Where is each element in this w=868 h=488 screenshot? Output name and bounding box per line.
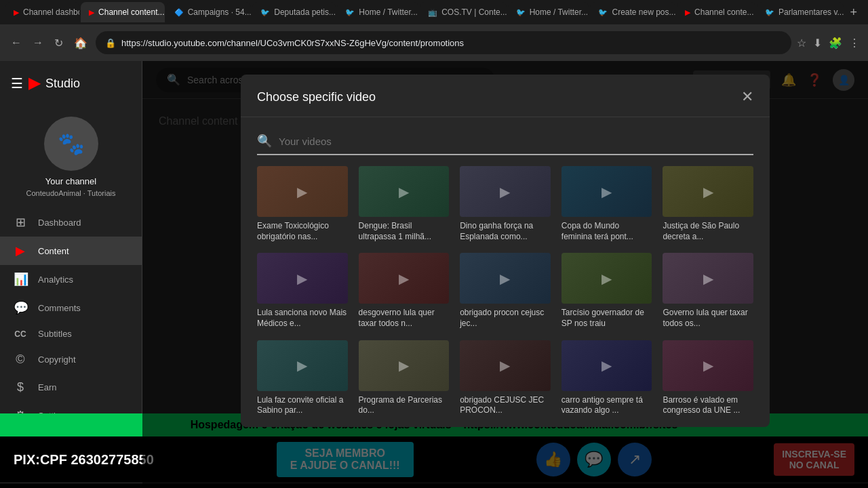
menu-button[interactable]: ⋮ — [849, 37, 860, 49]
video-title-10: Lula faz convite oficial a Sabino par... — [257, 395, 348, 416]
sidebar-item-comments-label: Comments — [38, 303, 81, 313]
tab-7[interactable]: 🐦 Home / Twitter... ✕ — [508, 2, 589, 22]
tab-9-favicon: ▶ — [685, 8, 690, 17]
channel-name: Your channel — [45, 176, 96, 186]
channel-info: 🐾 Your channel ConteudoAnimal · Tutoriai… — [0, 106, 142, 208]
studio-label: Studio — [45, 77, 80, 91]
subtitles-icon: CC — [14, 329, 27, 339]
avatar-image: 🐾 — [58, 131, 85, 157]
video-card-14[interactable]: ▶Barroso é valado em congresso da UNE ..… — [663, 340, 753, 416]
analytics-icon: 📊 — [14, 272, 27, 287]
yt-logo-icon: ▶ — [28, 75, 40, 92]
modal-search-bar[interactable]: 🔍 — [257, 128, 753, 155]
tab-6[interactable]: 📺 COS.TV | Conte... ✕ — [420, 2, 506, 22]
address-text: https://studio.youtube.com/channel/UCo3v… — [121, 38, 782, 48]
browser-actions: ☆ ⬇ 🧩 ⋮ — [797, 37, 860, 49]
video-card-12[interactable]: ▶obrigado CEJUSC JEC PROCON... — [460, 340, 551, 416]
reload-button[interactable]: ↻ — [52, 34, 66, 52]
video-card-6[interactable]: ▶desgoverno lula quer taxar todos n... — [359, 253, 450, 329]
tab-1[interactable]: ▶ Channel dashbo... — [5, 2, 79, 22]
video-card-2[interactable]: ▶Dino ganha força na Esplanada como... — [460, 166, 551, 242]
video-title-2: Dino ganha força na Esplanada como... — [460, 221, 551, 242]
forward-button[interactable]: → — [30, 34, 46, 52]
video-thumbnail-9: ▶ — [663, 253, 753, 304]
hamburger-icon[interactable]: ☰ — [11, 75, 23, 92]
video-title-9: Governo lula quer taxar todos os... — [663, 308, 753, 329]
tab-9-label: Channel conte... — [694, 7, 753, 17]
bookmark-button[interactable]: ☆ — [797, 37, 806, 49]
tab-7-favicon: 🐦 — [516, 8, 526, 17]
tab-8[interactable]: 🐦 Create new pos... ✕ — [590, 2, 675, 22]
video-thumbnail-14: ▶ — [663, 340, 753, 391]
video-title-11: Programa de Parcerias do... — [359, 395, 450, 416]
video-thumbnail-11: ▶ — [359, 340, 450, 391]
modal-search-section: 🔍 — [241, 117, 770, 166]
video-card-4[interactable]: ▶Justiça de São Paulo decreta a... — [663, 166, 753, 242]
tab-5-label: Home / Twitter... — [359, 7, 417, 17]
video-card-10[interactable]: ▶Lula faz convite oficial a Sabino par..… — [257, 340, 348, 416]
download-button[interactable]: ⬇ — [813, 37, 822, 49]
comments-icon: 💬 — [14, 300, 27, 315]
new-tab-button[interactable]: + — [845, 5, 863, 20]
sidebar-item-dashboard[interactable]: ⊞ Dashboard — [0, 208, 142, 237]
modal-search-input[interactable] — [279, 136, 753, 147]
video-title-0: Exame Toxicológico obrigatório nas... — [257, 221, 348, 242]
sidebar-item-earn[interactable]: $ Earn — [0, 373, 142, 401]
sidebar-item-subtitles[interactable]: CC Subtitles — [0, 322, 142, 346]
video-card-13[interactable]: ▶carro antigo sempre tá vazando algo ... — [561, 340, 652, 416]
video-card-8[interactable]: ▶Tarcísio governador de SP nos traiu — [561, 253, 652, 329]
tab-5-favicon: 🐦 — [345, 8, 355, 17]
extensions-button[interactable]: 🧩 — [829, 37, 842, 49]
tab-2[interactable]: ▶ Channel content... ✕ — [81, 2, 165, 22]
video-card-1[interactable]: ▶Dengue: Brasil ultrapassa 1 milhã... — [359, 166, 450, 242]
tab-1-label: Channel dashbo... — [23, 7, 79, 17]
video-title-14: Barroso é valado em congresso da UNE ... — [663, 395, 753, 416]
browser-bar: ← → ↻ 🏠 🔒 https://studio.youtube.com/cha… — [0, 24, 868, 61]
video-card-3[interactable]: ▶Copa do Mundo feminina terá pont... — [561, 166, 652, 242]
sidebar-item-comments[interactable]: 💬 Comments — [0, 293, 142, 322]
home-button[interactable]: 🏠 — [71, 34, 90, 52]
video-thumbnail-4: ▶ — [663, 166, 753, 217]
video-thumbnail-1: ▶ — [359, 166, 450, 217]
video-title-13: carro antigo sempre tá vazando algo ... — [561, 395, 652, 416]
tab-6-label: COS.TV | Conte... — [441, 7, 506, 17]
video-card-5[interactable]: ▶Lula sanciona novo Mais Médicos e... — [257, 253, 348, 329]
modal-header: Choose specific video ✕ — [241, 75, 770, 117]
video-grid-inner: ▶Exame Toxicológico obrigatório nas...▶D… — [257, 166, 753, 416]
video-grid: ▶Exame Toxicológico obrigatório nas...▶D… — [241, 166, 770, 427]
main-content: 🔍 Search across your channel 🎬 CREATE 🔔 … — [142, 61, 868, 488]
tab-10[interactable]: 🐦 Parlamentares v... ✕ — [757, 2, 843, 22]
video-card-11[interactable]: ▶Programa de Parcerias do... — [359, 340, 450, 416]
sidebar-item-copyright-label: Copyright — [38, 354, 76, 365]
tab-3[interactable]: 🔷 Campaigns · 54... ✕ — [166, 2, 252, 22]
tab-9[interactable]: ▶ Channel conte... ✕ — [677, 2, 755, 22]
modal-close-button[interactable]: ✕ — [741, 88, 753, 106]
video-title-6: desgoverno lula quer taxar todos n... — [359, 308, 450, 329]
video-card-9[interactable]: ▶Governo lula quer taxar todos os... — [663, 253, 753, 329]
video-thumbnail-7: ▶ — [460, 253, 551, 304]
video-thumbnail-6: ▶ — [359, 253, 450, 304]
sidebar-item-content[interactable]: ▶ Content — [0, 237, 142, 265]
sidebar-item-subtitles-label: Subtitles — [38, 329, 72, 339]
video-title-12: obrigado CEJUSC JEC PROCON... — [460, 395, 551, 416]
back-button[interactable]: ← — [8, 34, 24, 52]
tab-4[interactable]: 🐦 Deputada petis... ✕ — [252, 2, 336, 22]
tab-3-label: Campaigns · 54... — [188, 7, 252, 17]
banner-pix-text: PIX:CPF 26302775850 — [14, 452, 154, 468]
video-card-7[interactable]: ▶obrigado procon cejusc jec... — [460, 253, 551, 329]
video-title-4: Justiça de São Paulo decreta a... — [663, 221, 753, 242]
video-title-8: Tarcísio governador de SP nos traiu — [561, 308, 652, 329]
sidebar-item-earn-label: Earn — [38, 382, 56, 392]
tab-8-favicon: 🐦 — [598, 8, 608, 17]
sidebar-item-analytics[interactable]: 📊 Analytics — [0, 265, 142, 293]
tab-5[interactable]: 🐦 Home / Twitter... ✕ — [337, 2, 418, 22]
address-bar[interactable]: 🔒 https://studio.youtube.com/channel/UCo… — [96, 31, 791, 54]
sidebar-item-copyright[interactable]: © Copyright — [0, 346, 142, 373]
sidebar-item-analytics-label: Analytics — [38, 274, 73, 285]
video-card-0[interactable]: ▶Exame Toxicológico obrigatório nas... — [257, 166, 348, 242]
channel-avatar: 🐾 — [44, 117, 98, 171]
video-thumbnail-5: ▶ — [257, 253, 348, 304]
modal-overlay: Choose specific video ✕ 🔍 ▶Exame Toxicol… — [142, 61, 868, 488]
browser-tabs: ▶ Channel dashbo... ▶ Channel content...… — [0, 0, 868, 24]
choose-video-modal: Choose specific video ✕ 🔍 ▶Exame Toxicol… — [241, 75, 770, 427]
